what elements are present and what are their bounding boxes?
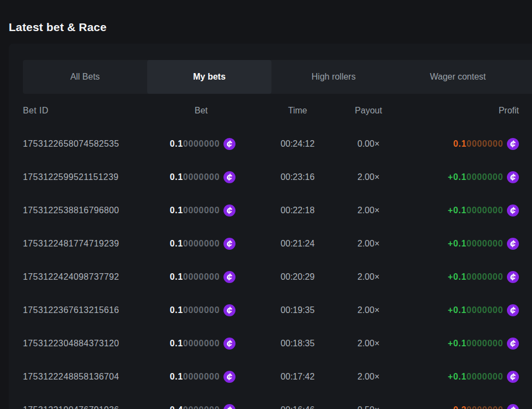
tab-my-bets[interactable]: My bets [147,60,271,94]
coin-icon: ¢ [223,238,235,250]
bet-profit: 0.10000000 ¢ [392,138,519,150]
bet-payout: 0.50× [344,405,392,409]
bet-payout: 2.00× [344,272,392,282]
bet-amount: 0.10000000 ¢ [148,171,235,183]
bet-amount: 0.10000000 ¢ [148,371,235,383]
table-row[interactable]: 1753122304884373120 0.10000000 ¢ 00:18:3… [23,327,519,360]
bet-profit: +0.10000000 ¢ [392,304,519,316]
bet-id: 1753122599521151239 [23,172,148,182]
table-header-row: Bet ID Bet Time Payout Profit [23,94,519,127]
bets-table: Bet ID Bet Time Payout Profit 1753122658… [23,94,519,409]
bet-payout: 2.00× [344,372,392,382]
coin-icon: ¢ [223,338,235,350]
bet-id: 1753122248858136704 [23,372,148,382]
column-header-bet-id: Bet ID [23,106,148,116]
bets-tabbar: All Bets My bets High rollers Wager cont… [23,60,532,94]
table-row[interactable]: 1753122599521151239 0.10000000 ¢ 00:23:1… [23,160,519,194]
coin-icon: ¢ [507,338,519,350]
bet-profit: +0.10000000 ¢ [392,171,519,183]
table-row[interactable]: 1753122424098737792 0.10000000 ¢ 00:20:2… [23,260,519,293]
bet-profit: +0.10000000 ¢ [392,271,519,283]
coin-icon: ¢ [223,204,235,216]
coin-icon: ¢ [223,404,235,409]
tab-all-bets[interactable]: All Bets [23,60,147,94]
coin-icon: ¢ [223,138,235,150]
bet-payout: 2.00× [344,305,392,315]
bet-amount: 0.10000000 ¢ [148,271,235,283]
bet-amount: 0.10000000 ¢ [148,138,235,150]
bet-time: 00:23:16 [251,172,344,182]
coin-icon: ¢ [507,204,519,216]
tab-high-rollers[interactable]: High rollers [271,60,396,94]
table-row[interactable]: 1753122248858136704 0.10000000 ¢ 00:17:4… [23,360,519,393]
bet-payout: 2.00× [344,239,392,249]
bet-time: 00:24:12 [251,139,344,149]
coin-icon: ¢ [507,304,519,316]
column-header-payout: Payout [344,106,392,116]
bet-amount: 0.10000000 ¢ [148,304,235,316]
bet-profit: +0.10000000 ¢ [392,371,519,383]
coin-icon: ¢ [223,304,235,316]
bet-payout: 2.00× [344,339,392,348]
table-row[interactable]: 1753122658074582535 0.10000000 ¢ 00:24:1… [23,127,519,160]
table-row[interactable]: 1753122538816796800 0.10000000 ¢ 00:22:1… [23,194,519,227]
bet-amount: 0.10000000 ¢ [148,204,235,216]
coin-icon: ¢ [507,171,519,183]
bet-amount: 0.40000000 ¢ [148,404,235,409]
bet-profit: +0.10000000 ¢ [392,338,519,350]
coin-icon: ¢ [507,371,519,383]
table-row[interactable]: 1753122190476791936 0.40000000 ¢ 00:16:4… [23,393,519,409]
page-title: Latest bet & Race [9,21,107,34]
bet-time: 00:17:42 [251,372,344,382]
bet-time: 00:22:18 [251,206,344,215]
bet-time: 00:20:29 [251,272,344,282]
bets-panel: All Bets My bets High rollers Wager cont… [9,44,532,409]
table-row[interactable]: 1753122481774719239 0.10000000 ¢ 00:21:2… [23,227,519,260]
bet-amount: 0.10000000 ¢ [148,338,235,350]
coin-icon: ¢ [507,404,519,409]
column-header-time: Time [251,106,344,116]
bet-time: 00:16:46 [251,405,344,409]
bet-payout: 0.00× [344,139,392,149]
bet-profit: +0.10000000 ¢ [392,204,519,216]
column-header-profit: Profit [392,106,519,116]
bet-profit: 0.20000000 ¢ [392,404,519,409]
coin-icon: ¢ [223,371,235,383]
bet-id: 1753122367613215616 [23,305,148,315]
coin-icon: ¢ [507,138,519,150]
bet-payout: 2.00× [344,172,392,182]
bet-id: 1753122658074582535 [23,139,148,149]
column-header-bet: Bet [148,106,235,116]
bet-profit: +0.10000000 ¢ [392,238,519,250]
bet-time: 00:21:24 [251,239,344,249]
table-row[interactable]: 1753122367613215616 0.10000000 ¢ 00:19:3… [23,293,519,327]
bet-id: 1753122424098737792 [23,272,148,282]
bet-id: 1753122538816796800 [23,206,148,215]
bet-payout: 2.00× [344,206,392,215]
bet-id: 1753122481774719239 [23,239,148,249]
coin-icon: ¢ [223,271,235,283]
coin-icon: ¢ [507,238,519,250]
bet-time: 00:18:35 [251,339,344,348]
bet-time: 00:19:35 [251,305,344,315]
tab-wager-contest[interactable]: Wager contest [396,60,520,94]
bet-id: 1753122190476791936 [23,405,148,409]
bet-amount: 0.10000000 ¢ [148,238,235,250]
coin-icon: ¢ [507,271,519,283]
coin-icon: ¢ [223,171,235,183]
bet-id: 1753122304884373120 [23,339,148,348]
